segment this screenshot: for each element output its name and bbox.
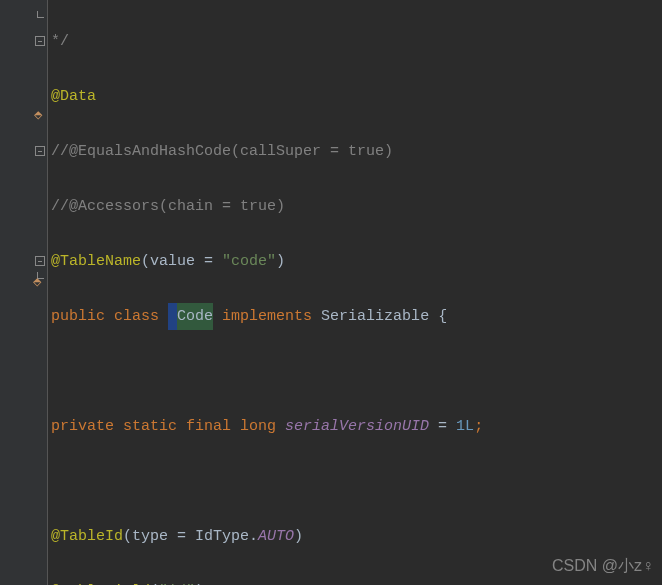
keyword: class <box>114 303 168 331</box>
keyword: static <box>123 413 186 441</box>
paren: ( <box>123 523 132 551</box>
code-line[interactable] <box>51 358 483 386</box>
field-name: serialVersionUID <box>285 413 438 441</box>
code-line[interactable]: //@EqualsAndHashCode(callSuper = true) <box>51 138 483 166</box>
watermark-text: CSDN @小z♀ <box>552 552 654 580</box>
class-name-highlight: Code <box>177 303 213 331</box>
code-line[interactable] <box>51 468 483 496</box>
override-gutter-icon[interactable]: ⬘ <box>33 269 41 297</box>
code-line[interactable]: */ <box>51 28 483 56</box>
operator: = <box>204 248 222 276</box>
caret-position <box>168 303 177 331</box>
code-line[interactable]: @TableField("id") <box>51 578 483 586</box>
type-name: Serializable <box>321 303 438 331</box>
keyword: implements <box>222 303 321 331</box>
code-line[interactable]: private static final long serialVersionU… <box>51 413 483 441</box>
annotation: @TableField <box>51 578 150 586</box>
comment-text: //@EqualsAndHashCode(callSuper = true) <box>51 138 393 166</box>
editor-gutter: ⬘ ⬘ <box>0 0 48 585</box>
keyword: public <box>51 303 114 331</box>
keyword: long <box>240 413 285 441</box>
fold-toggle-icon[interactable] <box>34 35 46 47</box>
code-line[interactable]: public class Code implements Serializabl… <box>51 303 483 331</box>
paren: ( <box>150 578 159 586</box>
dot: . <box>249 523 258 551</box>
keyword: final <box>186 413 240 441</box>
enum-constant: AUTO <box>258 523 294 551</box>
annotation: @TableId <box>51 523 123 551</box>
paren: ( <box>141 248 150 276</box>
paren: ) <box>294 523 303 551</box>
code-line[interactable]: @Data <box>51 83 483 111</box>
string-literal: "code" <box>222 248 276 276</box>
code-line[interactable]: @TableId(type = IdType.AUTO) <box>51 523 483 551</box>
operator: = <box>438 413 456 441</box>
number-literal: 1L <box>456 413 474 441</box>
param-name: value <box>150 248 204 276</box>
operator: = <box>177 523 195 551</box>
code-editor[interactable]: */ @Data //@EqualsAndHashCode(callSuper … <box>51 0 483 585</box>
paren: ) <box>195 578 204 586</box>
type-name: IdType <box>195 523 249 551</box>
override-gutter-icon[interactable]: ⬘ <box>34 102 42 130</box>
brace: { <box>438 303 447 331</box>
annotation: @TableName <box>51 248 141 276</box>
keyword: private <box>51 413 123 441</box>
annotation: @Data <box>51 83 96 111</box>
comment-text: //@Accessors(chain = true) <box>51 193 285 221</box>
fold-end-icon[interactable] <box>34 8 46 20</box>
comment-text: */ <box>51 28 69 56</box>
paren: ) <box>276 248 285 276</box>
string-literal: "id" <box>159 578 195 586</box>
fold-toggle-icon[interactable] <box>34 255 46 267</box>
param-name: type <box>132 523 177 551</box>
semicolon: ; <box>474 413 483 441</box>
code-line[interactable]: //@Accessors(chain = true) <box>51 193 483 221</box>
code-line[interactable]: @TableName(value = "code") <box>51 248 483 276</box>
fold-toggle-icon[interactable] <box>34 145 46 157</box>
